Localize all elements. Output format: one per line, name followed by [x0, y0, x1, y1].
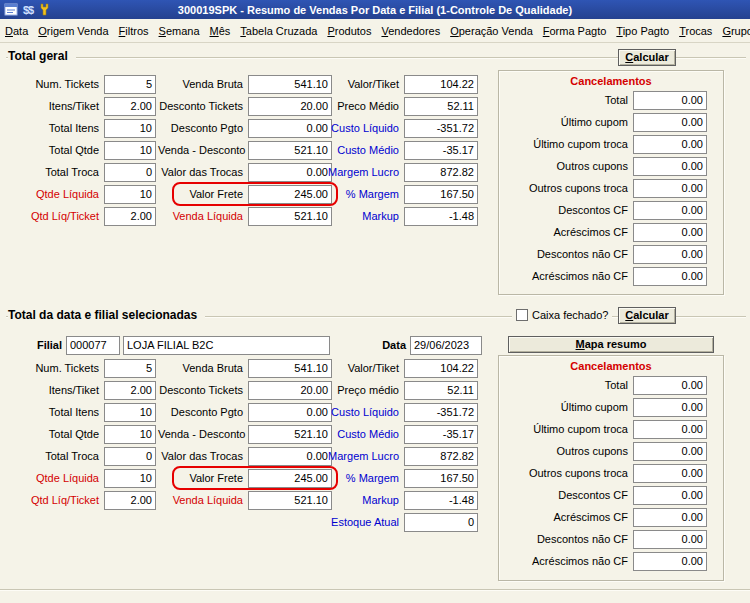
field-value-descontos-cf[interactable]: 0.00 [633, 486, 707, 505]
field-label-num-tickets: Num. Tickets [4, 78, 104, 90]
field-value-descontos-n-o-cf[interactable]: 0.00 [633, 245, 707, 264]
field-value-ltimo-cupom[interactable]: 0.00 [633, 113, 707, 132]
menu-item-trocas[interactable]: Trocas [674, 22, 717, 40]
field-label-descontos-cf: Descontos CF [503, 489, 633, 501]
field-value-ltimo-cupom-troca[interactable]: 0.00 [633, 420, 707, 439]
field-value-num-tickets[interactable]: 5 [104, 359, 156, 378]
menu-item-produtos[interactable]: Produtos [322, 22, 376, 40]
field-value-markup[interactable]: -1.48 [404, 207, 478, 226]
checkbox-box[interactable] [516, 309, 528, 321]
field-value-%-margem[interactable]: 167.50 [404, 185, 478, 204]
field-row-custo-m-dio: Custo Médio-35.17 [314, 139, 478, 161]
field-row-valor-frete: Valor Frete245.00 [158, 467, 332, 489]
section-title-total-geral: Total geral [8, 49, 76, 63]
field-row-itens-tiket: Itens/Tiket2.00 [4, 379, 156, 401]
field-row-outros-cupons-troca: Outros cupons troca0.00 [503, 177, 723, 199]
field-label-valor-frete: Valor Frete [158, 188, 248, 200]
field-value-pre-o-m-dio[interactable]: 52.11 [404, 381, 478, 400]
field-value-total-itens[interactable]: 10 [104, 403, 156, 422]
field-value-custo-l-quido[interactable]: -351.72 [404, 119, 478, 138]
menu-item-origem-venda[interactable]: Origem Venda [33, 22, 113, 40]
field-row-itens-tiket: Itens/Tiket2.00 [4, 95, 156, 117]
field-value-ltimo-cupom-troca[interactable]: 0.00 [633, 135, 707, 154]
field-row-markup: Markup-1.48 [314, 205, 478, 227]
menu-item-tipo-pagto[interactable]: Tipo Pagto [611, 22, 674, 40]
field-value-itens-tiket[interactable]: 2.00 [104, 381, 156, 400]
wrench-icon[interactable] [38, 3, 51, 17]
field-label-valor-frete: Valor Frete [158, 472, 248, 484]
field-value-total-qtde[interactable]: 10 [104, 425, 156, 444]
data-filial-column-3: Valor/Tiket104.22Preço médio52.11Custo L… [314, 357, 478, 533]
field-value-custo-l-quido[interactable]: -351.72 [404, 403, 478, 422]
field-value-descontos-n-o-cf[interactable]: 0.00 [633, 530, 707, 549]
field-value-qtd-l-q-ticket[interactable]: 2.00 [104, 491, 156, 510]
calcular-button-total-geral[interactable]: Calcular [618, 49, 676, 66]
field-value-total-troca[interactable]: 0 [104, 163, 156, 182]
calcular-button-data-filial[interactable]: Calcular [618, 307, 676, 324]
field-value-acr-scimos-n-o-cf[interactable]: 0.00 [633, 267, 707, 286]
field-row-acr-scimos-cf: Acréscimos CF0.00 [503, 221, 723, 243]
field-value-acr-scimos-cf[interactable]: 0.00 [633, 508, 707, 527]
field-value-itens-tiket[interactable]: 2.00 [104, 97, 156, 116]
field-value-margem-lucro[interactable]: 872.82 [404, 163, 478, 182]
field-row-preco-m-dio: Preco Médio52.11 [314, 95, 478, 117]
field-label-preco-m-dio: Preco Médio [314, 100, 404, 112]
field-value-qtde-l-quida[interactable]: 10 [104, 185, 156, 204]
field-value-total-troca[interactable]: 0 [104, 447, 156, 466]
field-value-qtd-l-q-ticket[interactable]: 2.00 [104, 207, 156, 226]
field-row-qtd-l-q-ticket: Qtd Líq/Ticket2.00 [4, 205, 156, 227]
field-value-qtde-l-quida[interactable]: 10 [104, 469, 156, 488]
field-value-markup[interactable]: -1.48 [404, 491, 478, 510]
field-row-descontos-cf: Descontos CF0.00 [503, 199, 723, 221]
field-value-ltimo-cupom[interactable]: 0.00 [633, 398, 707, 417]
field-value-outros-cupons-troca[interactable]: 0.00 [633, 464, 707, 483]
field-label-descontos-cf: Descontos CF [503, 204, 633, 216]
field-value-total-itens[interactable]: 10 [104, 119, 156, 138]
filial-name-field[interactable]: LOJA FILIAL B2C [123, 336, 330, 355]
field-value-descontos-cf[interactable]: 0.00 [633, 201, 707, 220]
caixa-fechado-checkbox[interactable]: Caixa fechado? [512, 307, 612, 323]
cancelamentos-rows-1: Total0.00Último cupom0.00Último cupom tr… [499, 87, 723, 287]
field-value-estoque-atual[interactable]: 0 [404, 513, 478, 532]
field-value-preco-m-dio[interactable]: 52.11 [404, 97, 478, 116]
menu-item-semana[interactable]: Semana [154, 22, 205, 40]
menu-item-forma-pagto[interactable]: Forma Pagto [538, 22, 612, 40]
menu-item-filtros[interactable]: Filtros [114, 22, 154, 40]
field-label-ltimo-cupom-troca: Último cupom troca [503, 138, 633, 150]
field-value-%-margem[interactable]: 167.50 [404, 469, 478, 488]
field-value-acr-scimos-n-o-cf[interactable]: 0.00 [633, 552, 707, 571]
menu-item-tabela-cruzada[interactable]: Tabela Cruzada [235, 22, 322, 40]
field-value-outros-cupons[interactable]: 0.00 [633, 442, 707, 461]
menu-item-data[interactable]: Data [0, 22, 33, 40]
form-icon[interactable] [4, 3, 18, 17]
data-field[interactable]: 29/06/2023 [410, 336, 482, 355]
field-value-outros-cupons-troca[interactable]: 0.00 [633, 179, 707, 198]
money-icon[interactable]: $$ [23, 3, 33, 17]
field-label-qtde-l-quida: Qtde Líquida [4, 188, 104, 200]
field-value-valor-tiket[interactable]: 104.22 [404, 75, 478, 94]
field-value-total[interactable]: 0.00 [633, 376, 707, 395]
mapa-resumo-button[interactable]: Mapa resumo [508, 336, 714, 353]
field-value-num-tickets[interactable]: 5 [104, 75, 156, 94]
menu-item-grupo[interactable]: Grupo [717, 22, 750, 40]
field-label-%-margem: % Margem [314, 188, 404, 200]
field-value-outros-cupons[interactable]: 0.00 [633, 157, 707, 176]
field-value-custo-m-dio[interactable]: -35.17 [404, 141, 478, 160]
field-value-margem-lucro[interactable]: 872.82 [404, 447, 478, 466]
field-value-custo-m-dio[interactable]: -35.17 [404, 425, 478, 444]
field-row-ltimo-cupom: Último cupom0.00 [503, 111, 723, 133]
field-label-total: Total [503, 94, 633, 106]
field-row-valor-frete: Valor Frete245.00 [158, 183, 332, 205]
menu-item-m-s[interactable]: Mês [205, 22, 236, 40]
field-label-markup: Markup [314, 494, 404, 506]
field-row-valor-das-trocas: Valor das Trocas0.00 [158, 445, 332, 467]
field-value-acr-scimos-cf[interactable]: 0.00 [633, 223, 707, 242]
menu-item-vendedores[interactable]: Vendedores [376, 22, 445, 40]
filial-code-field[interactable]: 000077 [66, 336, 120, 355]
field-value-total[interactable]: 0.00 [633, 91, 707, 110]
field-value-valor-tiket[interactable]: 104.22 [404, 359, 478, 378]
menu-item-opera-o-venda[interactable]: Operação Venda [445, 22, 538, 40]
total-geral-column-2: Venda Bruta541.10Desconto Tickets20.00De… [158, 73, 332, 227]
field-value-total-qtde[interactable]: 10 [104, 141, 156, 160]
field-label-acr-scimos-n-o-cf: Acréscimos não CF [503, 555, 633, 567]
